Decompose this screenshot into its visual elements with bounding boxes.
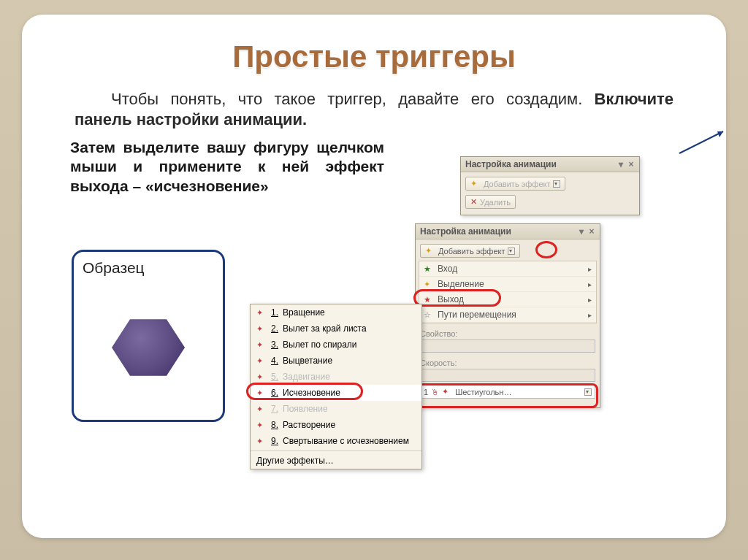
add-effect-button[interactable]: ✦ Добавить эффект <box>420 244 520 258</box>
panel2-titlebar: Настройка анимации ▾ × <box>416 224 600 239</box>
panel1-toolbar: ✦ Добавить эффект <box>461 172 639 195</box>
star-icon: ✦ <box>470 179 481 188</box>
slide-card: Простые триггеры Чтобы понять, что такое… <box>22 15 726 538</box>
effect-row[interactable]: ✦4.Выцветание <box>251 353 421 369</box>
star-icon: ✦ <box>424 280 434 289</box>
more-effects[interactable]: Другие эффекты… <box>251 453 421 469</box>
hexagon-shape[interactable] <box>112 316 185 379</box>
chevron-down-icon <box>553 180 560 188</box>
effect-row-selected[interactable]: ✦6.Исчезновение <box>251 385 421 401</box>
effect-row[interactable]: ✦3.Вылет по спирали <box>251 337 421 353</box>
paragraph-1: Чтобы понять, что такое триггер, давайте… <box>75 89 673 129</box>
star-icon: ✦ <box>256 421 267 430</box>
panel2-title: Настройка анимации <box>420 226 511 237</box>
chevron-right-icon: ▸ <box>588 265 592 273</box>
effects-submenu: ✦1.Вращение ✦2.Вылет за край листа ✦3.Вы… <box>250 304 422 469</box>
star-icon: ✦ <box>425 246 435 256</box>
panel1-title: Настройка анимации <box>465 159 557 169</box>
panel1-dropdown-icon[interactable]: ▾ <box>617 159 625 169</box>
chevron-right-icon: ▸ <box>588 280 592 288</box>
property-label: Свойство: <box>416 326 600 340</box>
effect-row[interactable]: ✦8.Растворение <box>251 417 421 433</box>
menu-motion-paths[interactable]: ☆Пути перемещения▸ <box>419 307 596 323</box>
panel2-toolbar: ✦ Добавить эффект <box>416 239 600 259</box>
speed-field[interactable] <box>420 369 595 382</box>
effect-row[interactable]: ✦1.Вращение <box>251 304 421 321</box>
svg-line-0 <box>679 131 723 153</box>
svg-marker-1 <box>717 131 723 137</box>
menu-entrance[interactable]: ★Вход▸ <box>419 261 596 277</box>
panel2-dropdown-icon[interactable]: ▾ <box>578 226 585 237</box>
highlight-exit <box>413 289 501 307</box>
sample-label: Образец <box>83 259 214 277</box>
star-icon: ✦ <box>256 372 267 382</box>
speed-label: Скорость: <box>416 356 600 369</box>
paragraph-2: Затем выделите вашу фигуру щелчком мыши … <box>70 138 384 196</box>
chevron-right-icon: ▸ <box>588 296 592 304</box>
sample-box: Образец <box>72 250 225 422</box>
slide-title: Простые триггеры <box>63 39 685 74</box>
highlight-add-dropdown <box>535 241 557 258</box>
effect-row[interactable]: ✦2.Вылет за край листа <box>251 321 421 337</box>
star-icon: ✦ <box>256 308 267 318</box>
panel1-titlebar: Настройка анимации ▾ × <box>461 157 639 172</box>
panel1-delete-button[interactable]: ✕ Удалить <box>465 195 516 209</box>
chevron-right-icon: ▸ <box>588 311 592 319</box>
highlight-object-row <box>417 383 598 408</box>
star-icon: ✦ <box>256 324 267 334</box>
star-icon: ✦ <box>256 340 267 350</box>
menu-exit[interactable]: ★Выход▸ <box>419 292 596 307</box>
animation-pane-2: Настройка анимации ▾ × ✦ Добавить эффект… <box>415 223 600 408</box>
star-icon: ✦ <box>256 356 267 366</box>
star-icon: ★ <box>424 264 434 274</box>
star-icon: ✦ <box>256 437 267 446</box>
star-icon: ☆ <box>424 310 434 320</box>
star-icon: ✦ <box>256 404 267 414</box>
animation-pane-1: Настройка анимации ▾ × ✦ Добавить эффект… <box>460 156 640 215</box>
panel1-close-icon[interactable]: × <box>627 159 635 169</box>
highlight-disappear <box>246 383 363 400</box>
delete-x-icon: ✕ <box>470 197 477 207</box>
chevron-down-icon <box>508 248 515 255</box>
panel1-add-effect-button[interactable]: ✦ Добавить эффект <box>465 177 565 191</box>
property-field[interactable] <box>420 340 595 353</box>
para1-text-a: Чтобы понять, что такое триггер, давайте… <box>111 90 595 108</box>
panel2-close-icon[interactable]: × <box>588 226 595 237</box>
effect-row[interactable]: ✦9.Свертывание с исчезновением <box>251 433 421 449</box>
effect-row[interactable]: ✦7.Появление <box>251 401 421 417</box>
